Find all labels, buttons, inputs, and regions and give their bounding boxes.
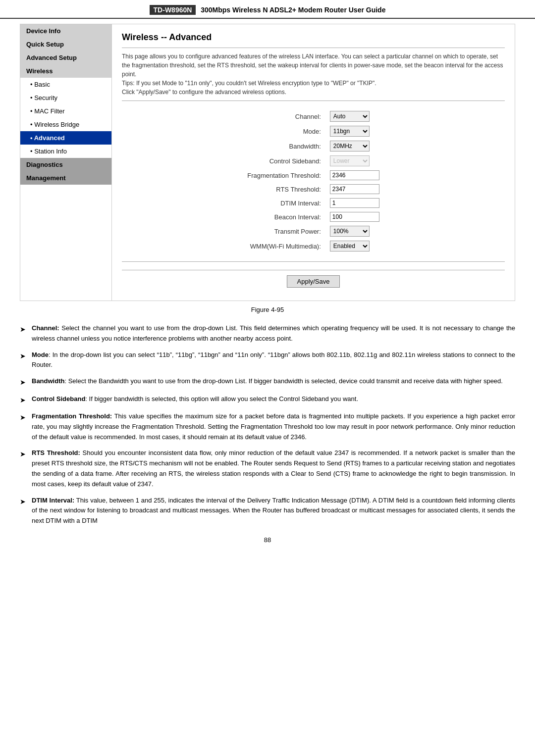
bullet-item-2: ➤Bandwidth: Select the Bandwidth you wan… (20, 376, 515, 388)
form-select-0[interactable]: Auto (330, 111, 370, 122)
page-title: Wireless -- Advanced (122, 32, 505, 43)
form-label-3: Control Sideband: (243, 153, 326, 168)
divider-top (122, 48, 505, 48)
sidebar-item-quick-setup[interactable]: Quick Setup (20, 38, 111, 51)
bullet-arrow-0: ➤ (20, 323, 32, 335)
bullet-arrow-5: ➤ (20, 448, 32, 459)
form-label-5: RTS Threshold: (243, 182, 326, 196)
form-field-9[interactable]: EnabledDisabled (326, 239, 383, 253)
bullet-item-0: ➤Channel: Select the channel you want to… (20, 323, 515, 344)
sidebar-item-wireless[interactable]: Wireless (20, 64, 111, 78)
sidebar-item-advanced[interactable]: • Advanced (20, 131, 111, 145)
form-row-2: Bandwidth:20MHz40MHz (243, 139, 383, 153)
divider-bot (122, 261, 505, 262)
form-row-1: Mode:11bgn11b11bg11n only (243, 124, 383, 139)
bullet-text-3: Control Sideband: If bigger bandwidth is… (32, 394, 515, 404)
sidebar-item-wireless-bridge[interactable]: • Wireless Bridge (20, 118, 111, 131)
description-1: This page allows you to configure advanc… (122, 52, 505, 97)
form-row-4: Fragmentation Threshold: (243, 168, 383, 182)
page-number: 88 (0, 536, 535, 544)
main-container: Device InfoQuick SetupAdvanced SetupWire… (20, 24, 515, 301)
bullet-arrow-2: ➤ (20, 376, 32, 388)
form-field-5[interactable] (326, 182, 383, 196)
bullet-arrow-6: ➤ (20, 496, 32, 507)
form-field-0[interactable]: Auto (326, 109, 383, 124)
form-field-6[interactable] (326, 196, 383, 210)
bullet-arrow-3: ➤ (20, 394, 32, 405)
form-label-4: Fragmentation Threshold: (243, 168, 326, 182)
divider-mid (122, 101, 505, 101)
form-label-2: Bandwidth: (243, 139, 326, 153)
body-content: ➤Channel: Select the channel you want to… (20, 323, 515, 526)
apply-save-button[interactable]: Apply/Save (287, 275, 340, 288)
form-select-2[interactable]: 20MHz40MHz (330, 141, 370, 151)
form-field-8[interactable]: 100%75%50%25% (326, 224, 383, 239)
bullet-item-6: ➤DTIM Interval: This value, between 1 an… (20, 496, 515, 526)
bullet-text-5: RTS Threshold: Should you encounter inco… (32, 448, 515, 489)
sidebar-item-station-info[interactable]: • Station Info (20, 145, 111, 158)
bullet-item-4: ➤Fragmentation Threshold: This value spe… (20, 411, 515, 442)
form-select-9[interactable]: EnabledDisabled (330, 241, 370, 252)
form-label-0: Channel: (243, 109, 326, 124)
form-input-4[interactable] (330, 170, 379, 180)
form-row-7: Beacon Interval: (243, 210, 383, 224)
apply-row: Apply/Save (122, 270, 505, 293)
form-field-3[interactable]: LowerUpper (326, 153, 383, 168)
bullet-item-1: ➤Mode: In the drop-down list you can sel… (20, 350, 515, 371)
form-field-4[interactable] (326, 168, 383, 182)
form-label-6: DTIM Interval: (243, 196, 326, 210)
form-label-9: WMM(Wi-Fi Multimedia): (243, 239, 326, 253)
content-panel: Wireless -- Advanced This page allows yo… (112, 24, 515, 301)
form-row-0: Channel:Auto (243, 109, 383, 124)
form-field-7[interactable] (326, 210, 383, 224)
sidebar-item-security[interactable]: • Security (20, 91, 111, 104)
form-select-1[interactable]: 11bgn11b11bg11n only (330, 126, 370, 137)
bullet-text-1: Mode: In the drop-down list you can sele… (32, 350, 515, 371)
bullet-item-5: ➤RTS Threshold: Should you encounter inc… (20, 448, 515, 489)
form-label-1: Mode: (243, 124, 326, 139)
form-row-3: Control Sideband:LowerUpper (243, 153, 383, 168)
form-row-5: RTS Threshold: (243, 182, 383, 196)
sidebar-item-advanced-setup[interactable]: Advanced Setup (20, 51, 111, 64)
form-row-8: Transmit Power:100%75%50%25% (243, 224, 383, 239)
bullet-text-6: DTIM Interval: This value, between 1 and… (32, 496, 515, 526)
sidebar: Device InfoQuick SetupAdvanced SetupWire… (20, 24, 112, 301)
form-label-7: Beacon Interval: (243, 210, 326, 224)
bullet-text-2: Bandwidth: Select the Bandwidth you want… (32, 376, 515, 387)
form-input-5[interactable] (330, 184, 379, 194)
form-input-7[interactable] (330, 212, 379, 222)
bullet-text-0: Channel: Select the channel you want to … (32, 323, 515, 344)
header-title: 300Mbps Wireless N ADSL2+ Modem Router U… (201, 6, 385, 14)
form-field-2[interactable]: 20MHz40MHz (326, 139, 383, 153)
settings-form: Channel:AutoMode:11bgn11b11bg11n onlyBan… (243, 109, 383, 253)
form-field-1[interactable]: 11bgn11b11bg11n only (326, 124, 383, 139)
sidebar-item-management[interactable]: Management (20, 171, 111, 185)
bullet-arrow-4: ➤ (20, 411, 32, 423)
bullet-arrow-1: ➤ (20, 350, 32, 361)
sidebar-item-diagnostics[interactable]: Diagnostics (20, 158, 111, 171)
figure-label: Figure 4-95 (0, 306, 535, 313)
model-label: TD-W8960N (150, 5, 196, 15)
form-label-8: Transmit Power: (243, 224, 326, 239)
form-row-6: DTIM Interval: (243, 196, 383, 210)
sidebar-item-mac-filter[interactable]: • MAC Filter (20, 104, 111, 118)
form-row-9: WMM(Wi-Fi Multimedia):EnabledDisabled (243, 239, 383, 253)
form-select-3[interactable]: LowerUpper (330, 155, 370, 166)
bullet-text-4: Fragmentation Threshold: This value spec… (32, 411, 515, 442)
form-input-6[interactable] (330, 198, 379, 208)
page-header: TD-W8960N 300Mbps Wireless N ADSL2+ Mode… (0, 0, 535, 19)
sidebar-item-basic[interactable]: • Basic (20, 78, 111, 91)
sidebar-item-device-info[interactable]: Device Info (20, 24, 111, 38)
bullet-item-3: ➤Control Sideband: If bigger bandwidth i… (20, 394, 515, 405)
form-select-8[interactable]: 100%75%50%25% (330, 226, 370, 237)
